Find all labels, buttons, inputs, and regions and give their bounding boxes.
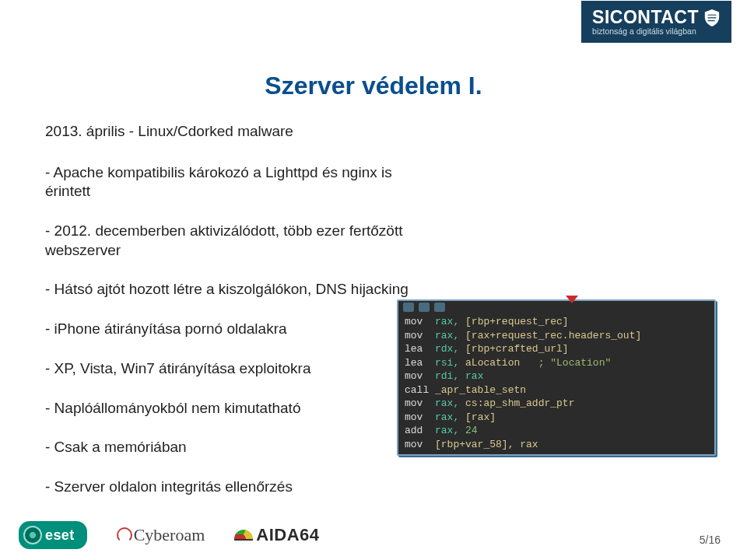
intro-line: 2013. április - Linux/Cdorked malware — [45, 122, 702, 142]
slide-title: Szerver védelem I. — [265, 72, 482, 100]
title-row: Szerver védelem I. — [0, 72, 747, 100]
eset-eye-icon — [23, 526, 42, 544]
list-item: - iPhone átirányítása pornó oldalakra — [45, 320, 426, 339]
toolbar-icon — [403, 303, 414, 312]
header-bar: SICONTACT biztonság a digitális világban — [0, 0, 747, 44]
list-item: - XP, Vista, Win7 átirányítása exploitok… — [45, 359, 426, 379]
list-item: - 2012. decemberben aktivizálódott, több… — [45, 222, 426, 260]
list-item: - Csak a memóriában — [45, 438, 426, 457]
marker-arrow-icon — [566, 296, 578, 303]
brand-tagline: biztonság a digitális világban — [592, 26, 721, 36]
list-item: - Apache kompatibilis károkozó a Lighttp… — [45, 163, 426, 201]
brand: SICONTACT — [592, 7, 721, 28]
shield-icon — [703, 9, 721, 27]
footer: eset Cyberoam AIDA64 — [0, 510, 747, 560]
toolbar-icon — [434, 303, 445, 312]
eset-logo: eset — [19, 521, 87, 549]
cyberoam-swirl-icon — [117, 527, 132, 543]
list-item: - Szerver oldalon integritás ellenőrzés — [45, 478, 426, 497]
bullet-list: - Apache kompatibilis károkozó a Lighttp… — [45, 163, 426, 497]
eset-text: eset — [45, 527, 75, 544]
aida-logo: AIDA64 — [234, 525, 319, 545]
asm-listing: mov rax, [rbp+request_rec] mov rax, [rax… — [405, 315, 708, 451]
list-item: - Hátsó ajtót hozott létre a kiszolgálók… — [45, 280, 426, 299]
brand-text: SICONTACT — [592, 7, 699, 28]
brand-strip: SICONTACT biztonság a digitális világban — [581, 1, 731, 43]
cyberoam-logo: Cyberoam — [117, 525, 205, 545]
aida-text: AIDA64 — [256, 525, 319, 545]
disassembly-panel: mov rax, [rbp+request_rec] mov rax, [rax… — [397, 299, 716, 456]
page-number: 5/16 — [700, 534, 721, 546]
list-item: - Naplóállományokból nem kimutatható — [45, 399, 426, 418]
panel-toolbar — [403, 303, 445, 312]
aida-gauge-icon — [234, 530, 253, 541]
toolbar-icon — [419, 303, 430, 312]
cyberoam-text: Cyberoam — [134, 525, 205, 545]
